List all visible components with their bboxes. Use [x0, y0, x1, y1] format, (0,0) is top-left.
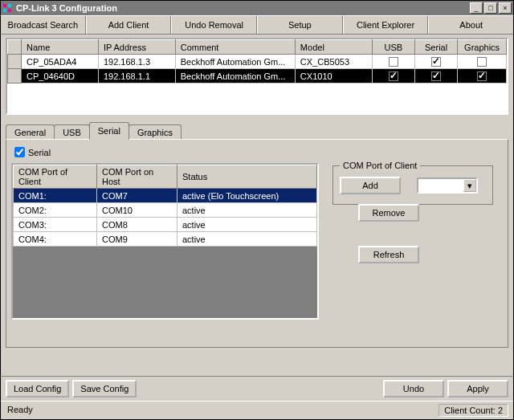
checkbox-icon[interactable]: [389, 57, 398, 67]
broadcast-search-button[interactable]: Broadcast Search: [1, 16, 86, 34]
checkbox-icon[interactable]: [477, 71, 487, 81]
about-button[interactable]: About: [428, 16, 513, 34]
tab-serial[interactable]: Serial: [89, 122, 129, 140]
checkbox-icon[interactable]: [431, 71, 441, 81]
bottom-bar: Load Config Save Config Undo Apply: [1, 376, 513, 401]
serial-row[interactable]: COM2:COM10active: [14, 203, 317, 218]
client-explorer-button[interactable]: Client Explorer: [343, 16, 429, 34]
add-com-button[interactable]: Add: [340, 177, 401, 194]
minimize-button[interactable]: _: [470, 2, 483, 14]
title-bar: CP-Link 3 Configuration _ □ ×: [1, 1, 513, 15]
serial-checkbox-label: Serial: [28, 148, 51, 157]
client-row[interactable]: CP_04640D192.168.1.1Beckhoff Automation …: [8, 69, 507, 84]
col-graphics[interactable]: Graphics: [458, 40, 507, 55]
setup-button[interactable]: Setup: [257, 16, 343, 34]
undo-button[interactable]: Undo: [383, 380, 444, 398]
col-com-status[interactable]: Status: [177, 165, 317, 189]
checkbox-icon[interactable]: [477, 57, 487, 67]
col-name[interactable]: Name: [22, 40, 99, 55]
app-icon: [2, 3, 13, 14]
undo-removal-button[interactable]: Undo Removal: [171, 16, 257, 34]
serial-checkbox[interactable]: [14, 147, 25, 157]
status-bar: Ready Client Count: 2: [1, 401, 513, 419]
tab-usb[interactable]: USB: [54, 124, 90, 140]
tab-strip: General USB Serial Graphics: [6, 121, 508, 139]
col-model[interactable]: Model: [295, 40, 372, 55]
svg-rect-2: [3, 9, 6, 12]
close-button[interactable]: ×: [499, 2, 512, 14]
maximize-button[interactable]: □: [484, 2, 497, 14]
checkbox-icon[interactable]: [431, 57, 441, 67]
com-port-group: COM Port of Client Add ▾: [332, 161, 493, 205]
serial-ports-grid[interactable]: COM Port of Client COM Port on Host Stat…: [11, 163, 319, 320]
serial-row[interactable]: COM4:COM9active: [14, 232, 317, 247]
status-client-count: Client Count: 2: [439, 404, 508, 417]
window-title: CP-Link 3 Configuration: [16, 3, 468, 13]
col-com-host[interactable]: COM Port on Host: [97, 165, 177, 189]
col-serial[interactable]: Serial: [414, 40, 457, 55]
tab-general[interactable]: General: [6, 124, 55, 140]
add-client-button[interactable]: Add Client: [86, 16, 172, 34]
tab-graphics[interactable]: Graphics: [128, 124, 182, 140]
client-row[interactable]: CP_05ADA4192.168.1.3Beckhoff Automation …: [8, 55, 507, 69]
tab-body-serial: Serial COM Port of Client COM Port on Ho…: [6, 139, 508, 348]
main-toolbar: Broadcast Search Add Client Undo Removal…: [1, 15, 513, 35]
chevron-down-icon: ▾: [463, 179, 476, 192]
remove-com-button[interactable]: Remove: [358, 204, 419, 222]
clients-grid[interactable]: Name IP Address Comment Model USB Serial…: [6, 38, 508, 115]
save-config-button[interactable]: Save Config: [72, 380, 137, 398]
apply-button[interactable]: Apply: [447, 380, 508, 398]
svg-rect-0: [3, 4, 6, 7]
com-port-combo[interactable]: ▾: [417, 177, 478, 194]
col-com-client[interactable]: COM Port of Client: [14, 165, 97, 189]
col-comment[interactable]: Comment: [175, 40, 295, 55]
col-ip[interactable]: IP Address: [98, 40, 175, 55]
com-port-legend: COM Port of Client: [340, 161, 420, 170]
refresh-com-button[interactable]: Refresh: [358, 246, 419, 263]
col-usb[interactable]: USB: [372, 40, 414, 55]
serial-row[interactable]: COM1:COM7active (Elo Touchscreen): [14, 189, 317, 203]
status-ready: Ready: [6, 404, 439, 417]
svg-rect-1: [8, 4, 11, 7]
serial-row[interactable]: COM3:COM8active: [14, 218, 317, 232]
checkbox-icon[interactable]: [389, 71, 398, 81]
load-config-button[interactable]: Load Config: [6, 380, 69, 398]
svg-rect-3: [8, 9, 11, 12]
